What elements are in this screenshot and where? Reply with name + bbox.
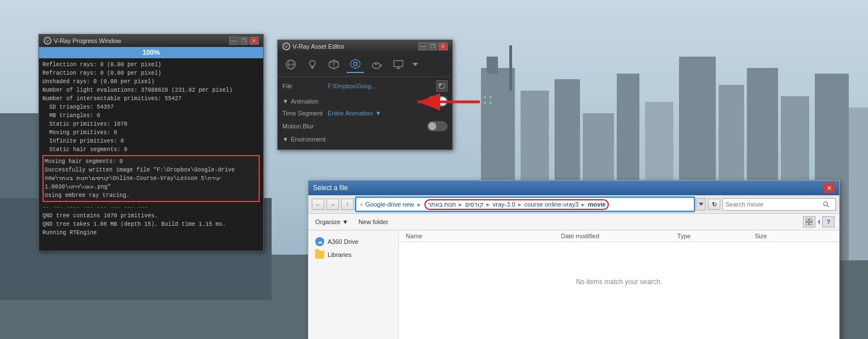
asset-editor-titlebar: V V-Ray Asset Editor — ❐ ✕ <box>278 40 452 53</box>
asset-toolbar <box>278 53 452 77</box>
svg-marker-37 <box>412 63 418 66</box>
toolbar-dropdown-icon[interactable] <box>411 56 419 73</box>
log-line: SD triangles: 54357 <box>42 103 260 111</box>
log-line: Unshaded rays: 0 (0.00 per pixel) <box>42 78 260 86</box>
breadcrumb-arrow-icon <box>697 198 706 211</box>
progress-window-titlebar: V V-Ray Progress Window — ❐ ✕ <box>39 35 263 47</box>
svg-rect-39 <box>439 84 441 85</box>
svg-marker-49 <box>818 219 820 225</box>
sep2: ► <box>458 201 463 208</box>
breadcrumb-item-2: חנות באתר <box>428 201 456 208</box>
log-line: Moving primitives: 0 <box>42 128 260 137</box>
teapot-icon[interactable] <box>368 56 385 73</box>
display-icon[interactable] <box>390 56 407 73</box>
file-main: Name Date modified Type Size No items ma… <box>399 230 839 339</box>
svg-point-32 <box>372 63 380 68</box>
asset-minimize-button[interactable]: — <box>418 42 427 50</box>
file-dialog-titlebar: Select a file ✕ <box>308 181 839 195</box>
time-segment-label: Time Segment <box>282 110 328 117</box>
animation-arrow-icon: ▼ <box>282 98 289 105</box>
svg-rect-21 <box>489 102 492 104</box>
nav-up-button[interactable]: ↑ <box>341 199 354 210</box>
environment-section-header: ▼ Environment <box>282 136 448 143</box>
nav-back-button[interactable]: ← <box>312 199 324 210</box>
globe-icon[interactable] <box>282 56 299 73</box>
breadcrumb-box: קורסים ► חנות באתר ► vray-3.0 ► course o… <box>424 199 609 210</box>
svg-rect-34 <box>394 61 403 67</box>
motion-blur-label: Motion Blur <box>282 123 328 130</box>
svg-rect-45 <box>806 218 809 221</box>
svg-rect-48 <box>810 222 813 225</box>
gear-icon[interactable] <box>347 56 364 73</box>
breadcrumb-item-5: movie <box>588 201 606 208</box>
file-dialog-body: ☁ A360 Drive Libraries Name Date modifie… <box>308 230 839 339</box>
breadcrumb-root: Google-drive new <box>366 201 414 208</box>
sep1: ► <box>416 201 422 208</box>
svg-rect-15 <box>509 45 512 91</box>
svg-rect-14 <box>849 108 868 260</box>
log-line: Reflection rays: 0 (0.00 per pixel) <box>42 61 260 69</box>
time-segment-value: Entire Animation <box>328 110 373 117</box>
progress-window-title: V-Ray Progress Window <box>54 37 121 44</box>
asset-editor-title-group: V V-Ray Asset Editor <box>282 42 345 50</box>
cube-icon[interactable] <box>325 56 342 73</box>
progress-window-controls: — ❐ ✕ <box>229 37 259 45</box>
time-segment-dropdown[interactable]: Entire Animation ▼ <box>328 110 381 117</box>
close-button[interactable]: ✕ <box>250 37 259 45</box>
bulb-icon[interactable] <box>304 56 321 73</box>
log-line: Number of intersectable primitives: 5542… <box>42 95 260 103</box>
log-highlight-section: Moving hair segments: 0 Successfully wri… <box>42 155 260 202</box>
refresh-button[interactable]: ↻ <box>708 199 720 210</box>
log-line: MB triangles: 0 <box>42 111 260 120</box>
motion-blur-toggle[interactable] <box>427 121 448 131</box>
log-line: QND tree takes 1.06 MB (depth 15). Build… <box>42 220 260 229</box>
svg-point-25 <box>310 61 315 66</box>
nav-forward-button[interactable]: → <box>326 199 339 210</box>
progress-window: V V-Ray Progress Window — ❐ ✕ 100% Refle… <box>38 34 264 251</box>
time-segment-dropdown-arrow-icon: ▼ <box>375 110 381 117</box>
motion-blur-knob <box>428 122 436 130</box>
environment-label: Environment <box>291 136 326 143</box>
restore-button[interactable]: ❐ <box>239 37 248 45</box>
file-dialog: Select a file ✕ ← → ↑ « Google-drive new… <box>308 180 840 339</box>
file-sidebar: ☁ A360 Drive Libraries <box>308 230 399 339</box>
breadcrumb-dropdown[interactable] <box>697 198 706 211</box>
organize-button[interactable]: Organize ▼ <box>313 217 351 226</box>
asset-editor-title: V-Ray Asset Editor <box>293 43 345 50</box>
log-line: Refraction rays: 0 (0.00 per pixel) <box>42 69 260 78</box>
sidebar-item-a360[interactable]: ☁ A360 Drive <box>308 235 398 248</box>
view-controls: ? <box>803 216 835 228</box>
breadcrumb-item-1: קורסים <box>465 201 484 208</box>
minimize-button[interactable]: — <box>229 37 238 45</box>
sep3: ► <box>485 201 491 208</box>
log-line: Static primitives: 1070 <box>42 120 260 128</box>
a360-drive-icon: ☁ <box>315 237 324 246</box>
asset-close-button[interactable]: ✕ <box>439 42 448 50</box>
breadcrumb-item-3: vray-3.0 <box>493 201 515 208</box>
progress-bar: 100% <box>39 47 263 58</box>
environment-arrow-icon: ▼ <box>282 136 289 143</box>
log-line: Number of light evaluations: 37988628 (2… <box>42 86 260 95</box>
column-size: Size <box>755 233 832 239</box>
progress-log: Reflection rays: 0 (0.00 per pixel) Refr… <box>39 58 263 251</box>
log-line: QND tree contains 1070 primitives. <box>42 212 260 220</box>
file-dialog-title: Select a file <box>313 184 348 192</box>
search-input[interactable] <box>725 201 822 208</box>
file-dialog-close-button[interactable]: ✕ <box>823 183 835 193</box>
view-separator <box>817 216 821 228</box>
help-button[interactable]: ? <box>822 216 835 228</box>
breadcrumb-bar[interactable]: « Google-drive new ► קורסים ► חנות באתר … <box>356 198 694 211</box>
svg-rect-3 <box>487 57 498 74</box>
asset-restore-button[interactable]: ❐ <box>428 42 437 50</box>
svg-point-31 <box>354 62 357 66</box>
log-line: Infinite primitives: 0 <box>42 137 260 145</box>
svg-marker-42 <box>699 203 703 206</box>
sep4: ► <box>517 201 523 208</box>
new-folder-button[interactable]: New folder <box>355 217 392 226</box>
sidebar-item-libraries[interactable]: Libraries <box>308 248 398 261</box>
search-box <box>723 198 836 211</box>
search-icon <box>823 201 830 208</box>
file-dialog-toolbar: Organize ▼ New folder ? <box>308 214 839 230</box>
log-line: Running RTEngine <box>42 229 260 237</box>
grid-view-button[interactable] <box>803 216 815 228</box>
